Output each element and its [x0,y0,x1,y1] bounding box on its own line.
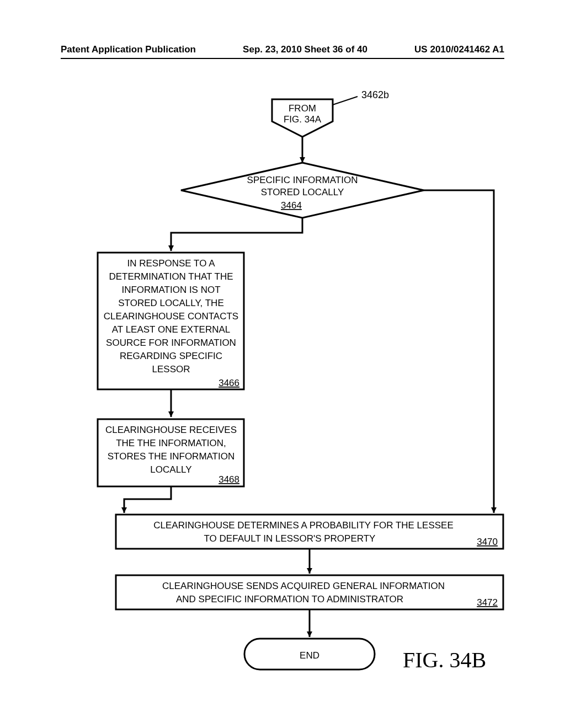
b3466-l3: INFORMATION IS NOT [121,285,220,295]
decision-ref: 3464 [281,200,302,211]
connector-line2: FIG. 34A [284,114,322,125]
end-label: END [300,650,319,661]
header-right: US 2010/0241462 A1 [414,44,504,55]
arrow-decision-to-3470 [424,190,494,513]
box-3470: CLEARINGHOUSE DETERMINES A PROBABILITY F… [116,515,503,549]
header-rule [61,58,504,59]
decision-line2: STORED LOCALLY [261,187,344,197]
b3472-l2: AND SPECIFIC INFORMATION TO ADMINISTRATO… [176,594,403,604]
b3466-l5: CLEARINGHOUSE CONTACTS [104,311,238,322]
page: Patent Application Publication Sep. 23, … [0,0,565,728]
page-header: Patent Application Publication Sep. 23, … [61,44,504,55]
header-left: Patent Application Publication [61,44,196,55]
box-3468: CLEARINGHOUSE RECEIVES THE THE INFORMATI… [98,419,244,486]
b3470-l2: TO DEFAULT IN LESSOR'S PROPERTY [204,533,376,544]
callout-leader [333,97,358,105]
b3466-l1: IN RESPONSE TO A [127,258,215,269]
b3470-l1: CLEARINGHOUSE DETERMINES A PROBABILITY F… [153,520,454,531]
b3472-l1: CLEARINGHOUSE SENDS ACQUIRED GENERAL INF… [162,581,445,591]
connector-from-34a: FROM FIG. 34A [272,99,333,137]
b3468-l1: CLEARINGHOUSE RECEIVES [105,425,237,435]
b3466-l2: DETERMINATION THAT THE [109,271,233,282]
connector-line1: FROM [289,103,316,114]
b3466-l6: AT LEAST ONE EXTERNAL [112,324,230,335]
b3466-l9: LESSOR [152,364,190,374]
b3468-l2: THE THE INFORMATION, [116,438,226,448]
terminator-end: END [244,639,375,670]
box-3466: IN RESPONSE TO A DETERMINATION THAT THE … [98,253,244,389]
b3468-ref: 3468 [218,474,239,485]
b3466-l4: STORED LOCALLY, THE [118,298,223,308]
arrow-3468-to-3470 [124,486,171,513]
b3470-ref: 3470 [477,537,498,547]
decision-line1: SPECIFIC INFORMATION [247,175,358,185]
header-center: Sep. 23, 2010 Sheet 36 of 40 [243,44,367,55]
flowchart: FROM FIG. 34A 3462b SPECIFIC INFORMATION… [0,66,565,728]
b3468-l4: LOCALLY [150,464,191,475]
box-3472: CLEARINGHOUSE SENDS ACQUIRED GENERAL INF… [116,575,503,609]
b3468-l3: STORES THE INFORMATION [108,451,234,462]
b3466-l7: SOURCE FOR INFORMATION [106,338,236,348]
connector-ref: 3462b [361,89,389,100]
b3472-ref: 3472 [477,597,498,608]
b3466-ref: 3466 [218,378,239,388]
b3466-l8: REGARDING SPECIFIC [120,351,222,361]
decision-stored-locally: SPECIFIC INFORMATION STORED LOCALLY 3464 [181,163,424,218]
figure-label: FIG. 34B [403,647,486,672]
arrow-decision-to-3466 [171,218,302,251]
